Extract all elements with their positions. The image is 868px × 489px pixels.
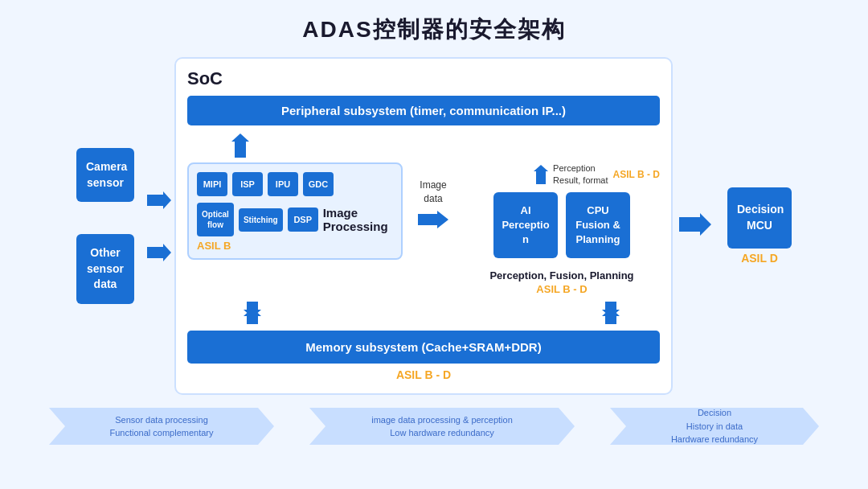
isp-chip: ISP <box>232 172 263 196</box>
up-arrow-area <box>187 134 660 158</box>
other-sensor-arrow-icon <box>147 244 171 261</box>
image-data-area: Imagedata <box>409 162 457 228</box>
svg-marker-3 <box>418 211 448 228</box>
decision-col: DecisionMCU ASIL D <box>727 187 792 264</box>
sensor-arrows-col <box>147 174 171 278</box>
memory-bar: Memory subsystem (Cache+SRAM+DDR) <box>187 331 660 364</box>
bottom-text-3-line1: Decision <box>698 406 731 420</box>
camera-arrow-icon <box>147 191 171 209</box>
page-title: ADAS控制器的安全架构 <box>0 0 868 53</box>
bottom-row: Sensor data processing Functional comple… <box>0 408 868 445</box>
mipi-chip: MIPI <box>197 172 227 196</box>
bottom-text-3-line3: Hardware redundancy <box>671 433 758 446</box>
main-diagram: Camerasensor Othersensordata SoC Periphe… <box>0 57 868 395</box>
bottom-text-2-line1: image data processing & perception <box>371 413 513 427</box>
chips-row2: Opticalflow Stitching DSP ImageProcessin… <box>197 203 393 236</box>
decision-mcu-box: DecisionMCU <box>727 187 792 248</box>
perception-asil-label: ASIL B - D <box>613 169 660 180</box>
gdc-chip: GDC <box>303 172 334 196</box>
bottom-arrow-2: image data processing & perception Low h… <box>309 408 575 445</box>
other-sensor-box: Othersensordata <box>76 234 134 304</box>
optical-flow-chip: Opticalflow <box>197 203 234 236</box>
perception-result-row: PerceptionResult, format ASIL B - D <box>534 162 660 187</box>
svg-marker-1 <box>147 244 171 261</box>
camera-sensor-box: Camerasensor <box>76 148 134 202</box>
soc-label: SoC <box>187 68 660 89</box>
bottom-arrow-3: Decision History in data Hardware redund… <box>610 408 819 445</box>
bottom-text-1-line2: Functional complementary <box>109 426 213 440</box>
svg-marker-4 <box>534 165 548 184</box>
peripheral-bar: Peripheral subsystem (timer, communicati… <box>187 96 660 125</box>
bottom-text-1-line1: Sensor data processing <box>115 413 208 427</box>
perception-result-text: PerceptionResult, format <box>553 162 608 187</box>
svg-marker-2 <box>231 134 249 158</box>
perception-up-arrow-icon <box>534 165 548 184</box>
up-arrow-icon <box>231 134 249 158</box>
cpu-fusion-box: CPUFusion &Planning <box>566 192 630 259</box>
svg-marker-0 <box>147 191 171 209</box>
dsp-chip: DSP <box>288 208 318 232</box>
asil-b-label: ASIL B <box>197 240 393 252</box>
image-processing-label: ImageProcessing <box>323 206 388 233</box>
ai-cpu-area: PerceptionResult, format ASIL B - D AIPe… <box>464 162 660 295</box>
bottom-text-3-line2: History in data <box>686 420 743 434</box>
asil-bd-label: ASIL B - D <box>536 283 587 295</box>
bottom-arrow-1: Sensor data processing Functional comple… <box>49 408 274 445</box>
v-arrow-right-icon <box>602 302 620 324</box>
middle-section: MIPI ISP IPU GDC Opticalflow Stitching D… <box>187 162 660 295</box>
page-container: ADAS控制器的安全架构 Camerasensor Othersensordat… <box>0 0 868 489</box>
bottom-text-2-line2: Low hardware redundancy <box>390 426 494 440</box>
memory-asil-label: ASIL B - D <box>187 368 660 381</box>
perception-fusion-label: Perception, Fusion, Planning <box>489 269 633 281</box>
ai-perception-box: AIPerception <box>493 192 558 259</box>
soc-container: SoC Peripheral subsystem (timer, communi… <box>174 57 673 395</box>
v-arrows-row <box>187 302 660 324</box>
ipu-chip: IPU <box>268 172 298 196</box>
image-data-label: Imagedata <box>420 179 446 206</box>
v-arrow-left-icon <box>244 302 261 324</box>
sensors-column: Camerasensor Othersensordata <box>76 148 134 304</box>
ai-cpu-boxes: AIPerception CPUFusion &Planning <box>493 192 630 259</box>
image-data-arrow-icon <box>418 211 448 228</box>
chips-row1: MIPI ISP IPU GDC <box>197 172 393 196</box>
decision-asil-label: ASIL D <box>741 252 778 265</box>
image-proc-box: MIPI ISP IPU GDC Opticalflow Stitching D… <box>187 162 403 260</box>
decision-arrow-icon <box>679 213 711 236</box>
stitching-chip: Stitching <box>239 208 283 232</box>
decision-arrow-col <box>679 213 711 239</box>
svg-marker-9 <box>679 213 711 236</box>
